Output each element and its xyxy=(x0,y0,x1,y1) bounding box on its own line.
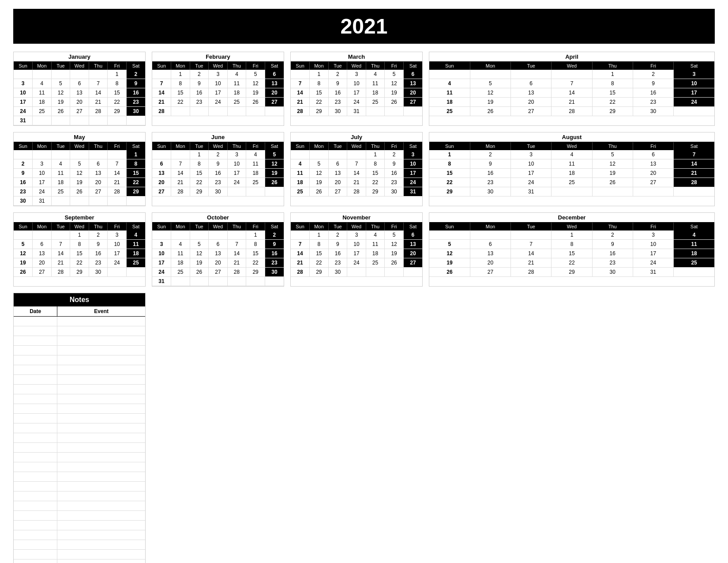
notes-row[interactable] xyxy=(14,404,145,414)
month-title: June xyxy=(152,132,284,142)
notes-row-date-cell[interactable] xyxy=(14,326,57,336)
notes-row-date-cell[interactable] xyxy=(14,317,57,326)
notes-row-event-cell[interactable] xyxy=(57,462,145,472)
notes-row-event-cell[interactable] xyxy=(57,482,145,491)
notes-row[interactable] xyxy=(14,530,145,540)
notes-row-date-cell[interactable] xyxy=(14,414,57,423)
notes-row[interactable] xyxy=(14,317,145,326)
notes-row-date-cell[interactable] xyxy=(14,385,57,394)
day-header-tue: Tue xyxy=(51,142,70,150)
notes-row-date-cell[interactable] xyxy=(14,394,57,404)
day-cell: 25 xyxy=(126,258,145,268)
notes-row[interactable] xyxy=(14,385,145,394)
notes-row-event-cell[interactable] xyxy=(57,530,145,540)
notes-row[interactable] xyxy=(14,394,145,404)
notes-row-date-cell[interactable] xyxy=(14,346,57,355)
notes-row-date-cell[interactable] xyxy=(14,550,57,559)
notes-row-event-cell[interactable] xyxy=(57,414,145,423)
day-cell: 8 xyxy=(246,240,265,249)
notes-row[interactable] xyxy=(14,453,145,462)
notes-row-event-cell[interactable] xyxy=(57,404,145,413)
notes-row-date-cell[interactable] xyxy=(14,559,57,563)
day-header-tue: Tue xyxy=(51,62,70,70)
notes-row-date-cell[interactable] xyxy=(14,511,57,520)
day-cell: 7 xyxy=(152,79,171,88)
notes-row[interactable] xyxy=(14,326,145,336)
day-header-thu: Thu xyxy=(89,223,108,230)
notes-row-date-cell[interactable] xyxy=(14,365,57,374)
notes-row-date-cell[interactable] xyxy=(14,462,57,472)
month-block-april: AprilSunMonTueWedThuFriSat12345678910111… xyxy=(429,52,715,126)
notes-row-date-cell[interactable] xyxy=(14,530,57,540)
notes-row[interactable] xyxy=(14,462,145,472)
notes-row-event-cell[interactable] xyxy=(57,375,145,384)
notes-row[interactable] xyxy=(14,482,145,491)
notes-row-event-cell[interactable] xyxy=(57,423,145,433)
notes-row-date-cell[interactable] xyxy=(14,336,57,345)
notes-row[interactable] xyxy=(14,423,145,433)
notes-row[interactable] xyxy=(14,433,145,443)
day-cell: 25 xyxy=(429,107,470,116)
notes-row-event-cell[interactable] xyxy=(57,336,145,345)
notes-row-event-cell[interactable] xyxy=(57,559,145,563)
day-header-wed: Wed xyxy=(552,142,592,150)
notes-row[interactable] xyxy=(14,472,145,482)
notes-row[interactable] xyxy=(14,414,145,423)
notes-row[interactable] xyxy=(14,501,145,511)
day-header-fri: Fri xyxy=(385,142,404,150)
notes-row-date-cell[interactable] xyxy=(14,491,57,501)
notes-row-event-cell[interactable] xyxy=(57,521,145,530)
notes-row[interactable] xyxy=(14,375,145,385)
notes-row-date-cell[interactable] xyxy=(14,453,57,462)
notes-row-event-cell[interactable] xyxy=(57,326,145,336)
notes-row-event-cell[interactable] xyxy=(57,472,145,481)
day-cell: 10 xyxy=(14,88,33,98)
notes-row-date-cell[interactable] xyxy=(14,443,57,452)
notes-row-date-cell[interactable] xyxy=(14,501,57,510)
day-cell: 24 xyxy=(674,98,714,107)
notes-row[interactable] xyxy=(14,491,145,501)
notes-row[interactable] xyxy=(14,550,145,559)
day-cell: 27 xyxy=(403,98,422,107)
notes-row-date-cell[interactable] xyxy=(14,472,57,481)
notes-row-date-cell[interactable] xyxy=(14,375,57,384)
notes-row-event-cell[interactable] xyxy=(57,491,145,501)
notes-row[interactable] xyxy=(14,521,145,530)
notes-row-event-cell[interactable] xyxy=(57,394,145,404)
notes-row-event-cell[interactable] xyxy=(57,317,145,326)
notes-row-date-cell[interactable] xyxy=(14,482,57,491)
notes-row-event-cell[interactable] xyxy=(57,443,145,452)
notes-row[interactable] xyxy=(14,511,145,521)
notes-row-event-cell[interactable] xyxy=(57,355,145,365)
day-cell: 9 xyxy=(328,240,347,249)
notes-row[interactable] xyxy=(14,336,145,346)
notes-row[interactable] xyxy=(14,559,145,563)
notes-row-date-cell[interactable] xyxy=(14,540,57,549)
notes-row-event-cell[interactable] xyxy=(57,433,145,442)
notes-row[interactable] xyxy=(14,346,145,355)
notes-row[interactable] xyxy=(14,355,145,365)
day-cell: 11 xyxy=(366,240,385,249)
notes-row-date-cell[interactable] xyxy=(14,404,57,413)
notes-row[interactable] xyxy=(14,540,145,550)
notes-row-date-cell[interactable] xyxy=(14,423,57,433)
day-cell: 3 xyxy=(674,70,714,79)
notes-row-date-cell[interactable] xyxy=(14,355,57,365)
month-table: SunMonTueWedThuFriSat1234567891011121314… xyxy=(429,62,714,116)
notes-row-event-cell[interactable] xyxy=(57,385,145,394)
day-cell: 8 xyxy=(592,79,633,88)
day-cell: 3 xyxy=(152,240,171,249)
notes-row-event-cell[interactable] xyxy=(57,453,145,462)
notes-row-date-cell[interactable] xyxy=(14,433,57,442)
day-cell: 24 xyxy=(152,268,171,277)
notes-row-event-cell[interactable] xyxy=(57,365,145,374)
notes-row-event-cell[interactable] xyxy=(57,511,145,520)
notes-row-event-cell[interactable] xyxy=(57,346,145,355)
notes-row-event-cell[interactable] xyxy=(57,550,145,559)
notes-row-date-cell[interactable] xyxy=(14,521,57,530)
notes-row[interactable] xyxy=(14,443,145,453)
notes-row-event-cell[interactable] xyxy=(57,501,145,510)
notes-row-event-cell[interactable] xyxy=(57,540,145,549)
notes-row[interactable] xyxy=(14,365,145,375)
day-cell: 10 xyxy=(511,159,552,169)
